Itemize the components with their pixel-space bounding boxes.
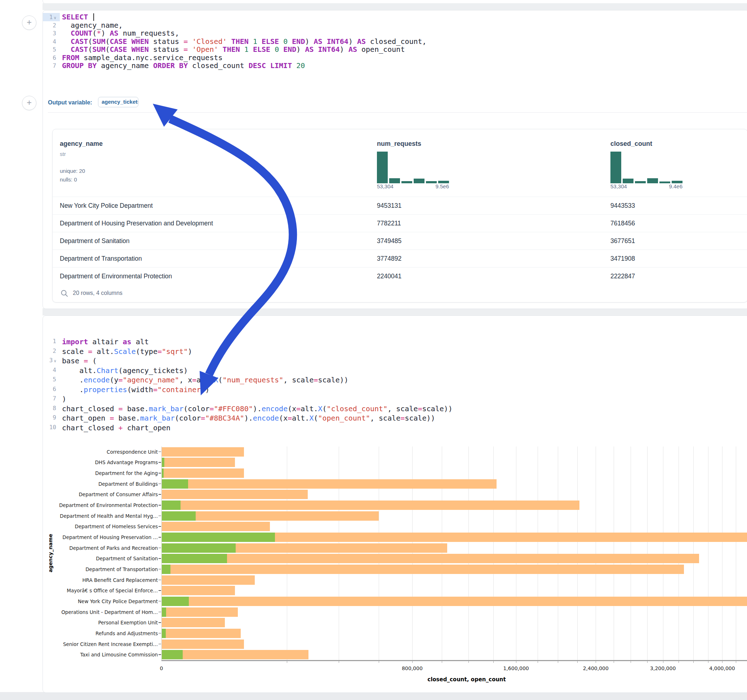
output-variable-input[interactable]: agency_tickets xyxy=(98,97,138,107)
y-axis-tick xyxy=(159,505,161,505)
code-line[interactable]: CAST(SUM(CASE WHEN status = 'Closed' THE… xyxy=(62,38,426,46)
category-label: Taxi and Limousine Commission xyxy=(50,652,158,658)
bar-closed-count xyxy=(162,447,244,457)
table-row[interactable]: Department of Environmental Protection22… xyxy=(53,267,747,285)
table-cell: 2240041 xyxy=(377,273,401,280)
line-number: 2 xyxy=(42,22,58,29)
code-line[interactable]: SELECT xyxy=(62,13,94,21)
line-number: 9 xyxy=(42,414,58,421)
gridline xyxy=(538,447,538,660)
category-label: Personal Exemption Unit xyxy=(50,620,158,626)
line-number: 3∨ xyxy=(42,357,58,364)
table-cell: 9443533 xyxy=(611,202,635,210)
x-axis-tick xyxy=(722,661,723,663)
bar-open-count xyxy=(162,511,196,520)
table-row[interactable]: Department of Housing Preservation and D… xyxy=(53,214,747,232)
histogram-bar xyxy=(389,178,400,183)
y-axis-tick xyxy=(159,462,161,463)
code-line[interactable]: GROUP BY agency_name ORDER BY closed_cou… xyxy=(62,62,305,70)
x-axis-tick-label: 0 xyxy=(160,665,163,671)
histogram-range-labels: 53,3049.4e6 xyxy=(611,183,682,189)
y-axis-tick xyxy=(159,451,161,452)
histogram-bar xyxy=(611,152,621,183)
y-axis-tick xyxy=(159,601,161,602)
category-label: DHS Advantage Programs xyxy=(50,459,158,465)
table-cell: New York City Police Department xyxy=(60,202,153,210)
search-icon[interactable] xyxy=(60,290,68,297)
gridline xyxy=(287,447,287,660)
fold-chevron-icon[interactable]: ∨ xyxy=(54,15,56,20)
gridline xyxy=(412,447,413,660)
category-label: Department of Homeless Services xyxy=(50,523,158,530)
divider xyxy=(48,112,747,113)
cell-gap xyxy=(42,308,747,315)
code-line[interactable]: scale = alt.Scale(type="sqrt") xyxy=(62,347,192,356)
gridline xyxy=(693,447,694,660)
category-label: Department of Consumer Affairs xyxy=(50,492,158,497)
x-axis-tick xyxy=(469,661,469,663)
code-line[interactable]: agency_name, xyxy=(62,21,123,30)
code-line[interactable]: chart_closed + chart_open xyxy=(62,423,171,433)
x-axis-tick xyxy=(736,661,736,663)
x-axis-tick xyxy=(379,661,379,663)
category-label: Mayorâ€ s Office of Special Enforce… xyxy=(50,588,158,593)
category-label: Department of Transportation xyxy=(50,566,158,572)
code-line[interactable]: base = ( xyxy=(62,356,97,366)
line-number: 7 xyxy=(42,62,58,69)
bar-closed-count xyxy=(162,458,235,467)
column-header: closed_count xyxy=(611,140,652,148)
line-number: 4 xyxy=(42,367,58,373)
line-number: 3 xyxy=(42,30,58,37)
table-row[interactable]: Department of Transportation377489234719… xyxy=(53,249,747,267)
code-line[interactable]: chart_closed = base.mark_bar(color="#FFC… xyxy=(62,404,452,414)
code-line[interactable]: alt.Chart(agency_tickets) xyxy=(62,366,188,376)
histogram-closed-count xyxy=(611,152,682,183)
gridline xyxy=(516,447,516,660)
y-axis-tick xyxy=(159,526,161,527)
bar-open-count xyxy=(162,650,183,659)
bar-open-count xyxy=(162,468,163,478)
x-axis-tick xyxy=(538,661,538,663)
code-line[interactable]: chart_open = base.mark_bar(color="#8BC34… xyxy=(62,413,435,423)
code-line[interactable]: .properties(width="container") xyxy=(62,385,209,395)
histogram-num-requests xyxy=(377,152,449,183)
bar-open-count xyxy=(162,629,166,638)
table-row[interactable]: Department of Sanitation37494853677651 xyxy=(53,232,747,250)
bar-open-count xyxy=(162,479,188,489)
code-line[interactable]: CAST(SUM(CASE WHEN status = 'Open' THEN … xyxy=(62,45,405,54)
add-cell-button[interactable]: + xyxy=(22,96,36,110)
bar-closed-count xyxy=(162,575,255,585)
table-cell: 3774892 xyxy=(377,255,401,262)
y-axis-tick xyxy=(159,558,161,559)
gridline xyxy=(614,447,614,660)
category-label: New York City Police Department xyxy=(50,599,158,604)
histogram-bar xyxy=(623,179,634,183)
line-number: 7 xyxy=(42,395,58,402)
table-cell: Department of Housing Preservation and D… xyxy=(60,220,213,227)
bar-closed-count xyxy=(162,597,747,606)
y-axis-tick xyxy=(159,484,161,484)
gridline xyxy=(679,447,679,660)
code-line[interactable]: import altair as alt xyxy=(62,337,149,347)
table-row[interactable]: New York City Police Department945313194… xyxy=(53,197,747,214)
code-line[interactable]: .encode(y="agency_name", x=alt.X("num_re… xyxy=(62,375,348,385)
histogram-bar xyxy=(647,178,658,183)
bar-open-count xyxy=(162,458,164,467)
x-axis-tick-label: 3,200,000 xyxy=(650,665,676,671)
y-axis-tick xyxy=(159,622,161,623)
fold-chevron-icon[interactable]: ∨ xyxy=(54,359,56,363)
bar-open-count xyxy=(162,608,166,617)
x-axis-tick xyxy=(412,661,413,663)
category-label: Department of Sanitation xyxy=(50,556,158,561)
bar-open-count xyxy=(162,554,227,563)
add-cell-button[interactable]: + xyxy=(22,15,36,30)
code-line[interactable]: ) xyxy=(62,394,66,404)
x-axis-tick xyxy=(614,661,614,663)
code-line[interactable]: FROM sample_data.nyc.service_requests xyxy=(62,54,223,62)
line-number: 5 xyxy=(42,46,58,53)
table-cell: Department of Sanitation xyxy=(60,237,130,245)
code-line[interactable]: COUNT(*) AS num_requests, xyxy=(62,29,179,38)
category-label: Department for the Aging xyxy=(50,470,158,476)
table-cell: 7618456 xyxy=(611,220,635,227)
category-label: Operations Unit - Department of Hom… xyxy=(50,609,158,615)
